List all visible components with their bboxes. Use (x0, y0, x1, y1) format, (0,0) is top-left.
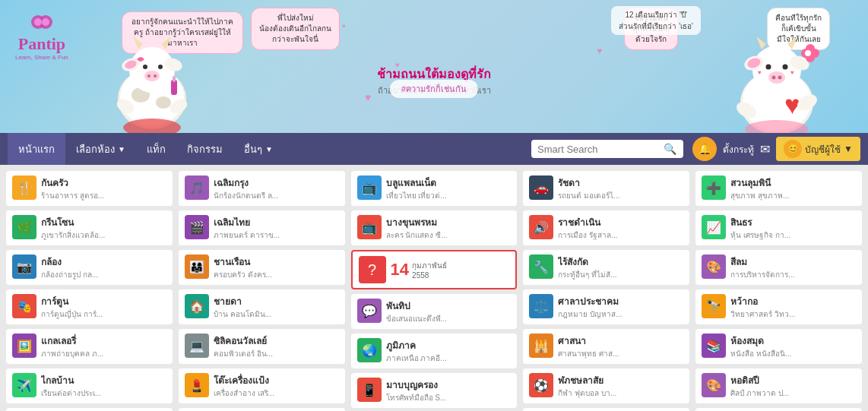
svg-text:♥: ♥ (758, 69, 762, 76)
pantip-icon: 💬 (357, 299, 382, 323)
art-icon: 🎨 (702, 373, 726, 397)
misc-icon: 🔧 (529, 255, 553, 279)
sport-icon: ⚽ (529, 373, 553, 397)
category-kitchen[interactable]: 🍴 กันครัว ร้านอาหาร สูตรอ... (6, 171, 173, 206)
category-health[interactable]: ➕ สวนลุมพินี สุขภาพ สุขภาพ... (695, 171, 862, 206)
category-golf[interactable]: ⛳ หอดิสปี2 กอล์ฟ ... (695, 408, 862, 411)
svg-point-19 (154, 74, 157, 77)
category-gallery[interactable]: 🖼️ แกลเลอรี่ ภาพถ่ายบุคคล ภ... (6, 329, 173, 364)
svg-point-35 (783, 65, 788, 70)
user-account-button[interactable]: 😊 บัญชีผู้ใช้ ▼ (776, 137, 860, 161)
mascot-right: ♥ ♥ ♥ (708, 15, 845, 133)
category-thai-drama[interactable]: 📺 บางขุนพรหม ละคร นักแสดง ซี... (351, 210, 518, 245)
category-home[interactable]: 🏠 ชายดา บ้าน คอนโดมิน... (179, 289, 345, 324)
search-input[interactable] (537, 144, 659, 155)
category-family[interactable]: 👨‍👩‍👧 ชานเรือน ครอบครัว ดังคร... (179, 250, 345, 285)
user-dropdown-icon: ▼ (844, 144, 853, 154)
beauty-icon: 💄 (185, 373, 209, 397)
category-column-4: 🚗 รัชดา รถยนต์ มอเตอร์ไ... 🔊 ราชดำเนิน ก… (523, 171, 689, 411)
hashtag-bar: #ความรักก็เช่นกัน (390, 80, 478, 98)
category-stock[interactable]: 📈 สินธร หุ้น เศรษฐกิจ กา... (695, 210, 862, 245)
movies-icon: 🎬 (185, 215, 209, 239)
category-writer[interactable]: ✏️ ถนนนักเขียน แต่งนิยาย เรื่องสั้... (179, 408, 345, 411)
religion-icon: 🕌 (529, 334, 553, 358)
search-icon[interactable]: 🔍 (664, 143, 676, 155)
category-music[interactable]: 🎵 เฉลิมกรุง นักร้องนักดนตรี ล... (179, 171, 345, 206)
category-sport[interactable]: ⚽ ฬภชษลาสัย กีฬา ฟุตบอล บา... (523, 368, 689, 403)
nav-more[interactable]: อื่นๆ ▼ (233, 133, 284, 165)
navbar: หน้าแรก เลือกห้อง ▼ แท็ก กิจกรรม อื่นๆ ▼… (0, 133, 868, 165)
category-column-2: 🎵 เฉลิมกรุง นักร้องนักดนตรี ล... 🎬 เฉลิม… (179, 171, 345, 411)
library-icon: 📚 (702, 334, 726, 358)
category-siam[interactable]: 💬 สยามสแควร์ ชีวิตวัยรุ่น การเรีย... (523, 408, 689, 411)
nav-activities[interactable]: กิจกรรม (176, 133, 233, 165)
svg-text:♥: ♥ (790, 69, 794, 76)
category-mobile[interactable]: 📱 มาบบุญครอง โทรศัพท์มือถือ S... (351, 373, 518, 408)
mascot-left (91, 15, 213, 133)
banner-note: 12 เดือนเรียกว่า 'ปี'ส่วนรักที่มีเรียกว่… (611, 6, 701, 35)
stock-icon: 📈 (702, 215, 726, 239)
nav-tags[interactable]: แท็ก (136, 133, 176, 165)
category-library[interactable]: 📚 ห้องสมุด หนังสือ หนังสือนิ... (695, 329, 862, 364)
valentine-icon: ? (359, 256, 386, 283)
logo[interactable]: Pantip Learn, Share & Fun (15, 11, 68, 61)
svg-point-3 (42, 18, 49, 26)
law-icon: ⚖️ (529, 294, 553, 318)
music-icon: 🎵 (185, 175, 209, 200)
category-art[interactable]: 🎨 หอดิสปี ศิลป์ ภาพวาด ป... (695, 368, 862, 403)
search-box: 🔍 (531, 140, 683, 158)
notification-bell[interactable]: 🔔 (692, 137, 717, 161)
category-travel[interactable]: 📺 บลูแพลนเน็ต เที่ยวไทย เที่ยวต่... (351, 171, 518, 206)
category-camera[interactable]: 📷 กล้อง กล้องถ่ายรูป กล... (6, 250, 173, 285)
banner: Pantip Learn, Share & Fun อยากรู้จักคนแน… (0, 0, 868, 133)
category-design[interactable]: 🎨 สีลม การบริหารจัดการ... (695, 250, 862, 285)
category-pets[interactable]: 🐾 จดุจักร สัตว์เลี้ยง สุนัข แ... (6, 408, 173, 411)
abroad-icon: ✈️ (12, 373, 36, 397)
category-movies[interactable]: 🎬 เฉลิมไทย ภาพยนตร์ ดาราข... (179, 210, 345, 245)
gallery-icon: 🖼️ (12, 334, 36, 358)
svg-point-2 (34, 18, 42, 26)
category-tech[interactable]: 💻 ซิลิคอนวัลเลย์ คอมพิวเตอร์ อิน... (179, 329, 345, 364)
category-abroad[interactable]: ✈️ ไกลบ้าน เรียนต่อต่างประเ... (6, 368, 173, 403)
svg-point-34 (766, 65, 771, 70)
category-beauty[interactable]: 💄 โต๊ะเครื่องแป้ง เครื่องสำอาง เสริ... (179, 368, 345, 403)
svg-point-39 (772, 76, 776, 80)
category-column-5: ➕ สวนลุมพินี สุขภาพ สุขภาพ... 📈 สินธร หุ… (695, 171, 862, 411)
category-religion[interactable]: 🕌 ศาสนา ศาสนาพุทธ ศาส... (523, 329, 689, 364)
mobile-icon: 📱 (357, 378, 382, 402)
svg-point-16 (158, 65, 163, 69)
thai-drama-icon: 📺 (357, 215, 382, 239)
category-region[interactable]: 🌏 ภูมิภาค ภาคเหนือ ภาคอี... (351, 334, 518, 368)
kitchen-icon: 🍴 (12, 175, 36, 200)
svg-point-15 (143, 65, 147, 69)
nav-rooms[interactable]: เลือกห้อง ▼ (65, 133, 136, 165)
science-icon: 🔭 (702, 294, 726, 318)
post-topic-button[interactable]: ตั้งกระทู้ (723, 142, 754, 156)
category-misc[interactable]: 🔧 ไร้สังกัด กระทู้อื่นๆ ที่ไม่สั... (523, 250, 689, 285)
category-greenzone[interactable]: 🌿 กรีนโซน ภูเขารักสิ่งแวดล้อ... (6, 210, 173, 245)
category-cartoon[interactable]: 🎭 การ์ตูน การ์ตูนญี่ปุ่น การ์... (6, 289, 173, 324)
politics-icon: 🔊 (529, 215, 553, 239)
valentine-special[interactable]: ? 14 กุมภาพันธ์ 2558 (351, 250, 518, 289)
design-icon: 🎨 (702, 255, 726, 279)
svg-point-17 (144, 71, 160, 81)
category-pantip-suggest[interactable]: 💬 พันทิป ข้อเสนอแนะดึงพี... (351, 294, 518, 329)
health-icon: ➕ (702, 175, 726, 200)
speech-bubble-2: พี่ไปส่งใหม่น้องต้องเดินอีกไกลกนกว่าจะพั… (251, 8, 340, 50)
region-icon: 🌏 (357, 338, 382, 362)
category-politics[interactable]: 🔊 ราชดำเนิน การเมือง รัฐสาล... (523, 210, 689, 245)
car-icon: 🚗 (529, 175, 553, 200)
greenzone-icon: 🌿 (12, 215, 36, 239)
category-column-1: 🍴 กันครัว ร้านอาหาร สูตรอ... 🌿 กรีนโซน ภ… (6, 171, 173, 411)
svg-point-40 (778, 76, 782, 80)
category-law[interactable]: ⚖️ ศาลาประชาคม กฎหมาย บัญหาส... (523, 289, 689, 324)
category-column-3: 📺 บลูแพลนเน็ต เที่ยวไทย เที่ยวต่... 📺 บา… (351, 171, 518, 411)
mail-icon[interactable]: ✉ (760, 142, 770, 156)
svg-rect-24 (173, 76, 176, 82)
category-car[interactable]: 🚗 รัชดา รถยนต์ มอเตอร์ไ... (523, 171, 689, 206)
cartoon-icon: 🎭 (12, 294, 36, 318)
main-content: 🍴 กันครัว ร้านอาหาร สูตรอ... 🌿 กรีนโซน ภ… (0, 165, 868, 411)
nav-rooms-dropdown-icon: ▼ (118, 145, 125, 153)
nav-home[interactable]: หน้าแรก (8, 133, 65, 165)
category-science[interactable]: 🔭 หว้ากอ วิทยาศาสตร์ วิทว... (695, 289, 862, 324)
